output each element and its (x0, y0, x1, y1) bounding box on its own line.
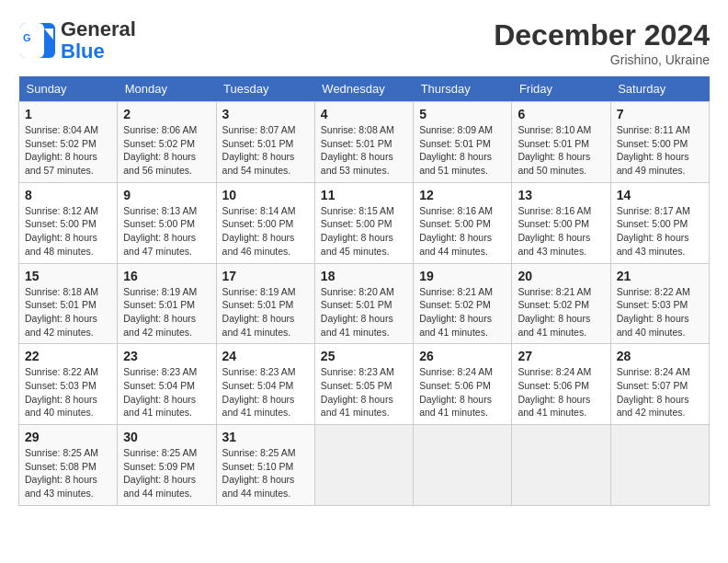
header-monday: Monday (118, 76, 216, 102)
calendar-row: 8 Sunrise: 8:12 AM Sunset: 5:00 PM Dayli… (19, 182, 710, 263)
day-number: 23 (123, 349, 210, 363)
month-title: December 2024 (494, 18, 710, 52)
table-cell: 17 Sunrise: 8:19 AM Sunset: 5:01 PM Dayl… (216, 263, 314, 344)
day-number: 1 (25, 107, 111, 121)
day-info: Sunrise: 8:22 AM Sunset: 5:03 PM Dayligh… (617, 285, 703, 339)
day-number: 20 (518, 269, 604, 283)
table-cell: 26 Sunrise: 8:24 AM Sunset: 5:06 PM Dayl… (414, 344, 512, 425)
day-info: Sunrise: 8:17 AM Sunset: 5:00 PM Dayligh… (617, 204, 703, 259)
table-cell: 4 Sunrise: 8:08 AM Sunset: 5:01 PM Dayli… (314, 102, 413, 183)
table-cell: 18 Sunrise: 8:20 AM Sunset: 5:01 PM Dayl… (314, 263, 413, 344)
table-cell: 10 Sunrise: 8:14 AM Sunset: 5:00 PM Dayl… (216, 182, 314, 263)
day-number: 24 (222, 349, 309, 363)
table-cell: 30 Sunrise: 8:25 AM Sunset: 5:09 PM Dayl… (118, 425, 216, 506)
day-info: Sunrise: 8:15 AM Sunset: 5:00 PM Dayligh… (321, 204, 407, 259)
day-number: 18 (321, 269, 407, 283)
day-number: 30 (123, 430, 210, 444)
table-cell: 6 Sunrise: 8:10 AM Sunset: 5:01 PM Dayli… (512, 102, 610, 183)
day-number: 27 (518, 349, 604, 363)
table-cell: 31 Sunrise: 8:25 AM Sunset: 5:10 PM Dayl… (216, 425, 314, 506)
table-cell (610, 425, 709, 506)
day-info: Sunrise: 8:24 AM Sunset: 5:06 PM Dayligh… (419, 365, 506, 419)
day-info: Sunrise: 8:09 AM Sunset: 5:01 PM Dayligh… (419, 123, 506, 178)
table-cell: 19 Sunrise: 8:21 AM Sunset: 5:02 PM Dayl… (414, 263, 512, 344)
table-cell: 14 Sunrise: 8:17 AM Sunset: 5:00 PM Dayl… (610, 182, 709, 263)
title-block: December 2024 Grishino, Ukraine (494, 18, 710, 67)
header-wednesday: Wednesday (314, 76, 413, 102)
day-info: Sunrise: 8:21 AM Sunset: 5:02 PM Dayligh… (518, 285, 604, 339)
day-info: Sunrise: 8:25 AM Sunset: 5:09 PM Dayligh… (123, 446, 210, 500)
day-number: 7 (617, 107, 703, 121)
day-number: 31 (222, 430, 309, 444)
day-info: Sunrise: 8:16 AM Sunset: 5:00 PM Dayligh… (518, 204, 604, 259)
day-number: 15 (25, 269, 111, 283)
day-number: 28 (617, 349, 703, 363)
day-number: 22 (25, 349, 111, 363)
day-number: 29 (25, 430, 111, 444)
day-info: Sunrise: 8:18 AM Sunset: 5:01 PM Dayligh… (25, 285, 111, 339)
calendar-row: 22 Sunrise: 8:22 AM Sunset: 5:03 PM Dayl… (19, 344, 710, 425)
day-info: Sunrise: 8:08 AM Sunset: 5:01 PM Dayligh… (321, 123, 407, 178)
calendar-table: Sunday Monday Tuesday Wednesday Thursday… (18, 76, 710, 506)
day-number: 13 (518, 188, 604, 202)
day-info: Sunrise: 8:07 AM Sunset: 5:01 PM Dayligh… (222, 123, 309, 178)
day-info: Sunrise: 8:24 AM Sunset: 5:06 PM Dayligh… (518, 365, 604, 419)
location: Grishino, Ukraine (494, 52, 710, 67)
table-cell: 21 Sunrise: 8:22 AM Sunset: 5:03 PM Dayl… (610, 263, 709, 344)
logo: G General Blue (18, 18, 136, 63)
table-cell: 2 Sunrise: 8:06 AM Sunset: 5:02 PM Dayli… (118, 102, 216, 183)
table-cell: 16 Sunrise: 8:19 AM Sunset: 5:01 PM Dayl… (118, 263, 216, 344)
calendar-row: 1 Sunrise: 8:04 AM Sunset: 5:02 PM Dayli… (19, 102, 710, 183)
table-cell: 1 Sunrise: 8:04 AM Sunset: 5:02 PM Dayli… (19, 102, 118, 183)
day-number: 5 (419, 107, 506, 121)
day-info: Sunrise: 8:12 AM Sunset: 5:00 PM Dayligh… (25, 204, 111, 259)
day-number: 25 (321, 349, 407, 363)
day-number: 6 (518, 107, 604, 121)
table-cell: 9 Sunrise: 8:13 AM Sunset: 5:00 PM Dayli… (118, 182, 216, 263)
day-info: Sunrise: 8:23 AM Sunset: 5:04 PM Dayligh… (222, 365, 309, 419)
table-cell (512, 425, 610, 506)
logo-icon: G (18, 21, 57, 60)
day-info: Sunrise: 8:25 AM Sunset: 5:10 PM Dayligh… (222, 446, 309, 500)
day-number: 16 (123, 269, 210, 283)
day-number: 11 (321, 188, 407, 202)
table-cell: 8 Sunrise: 8:12 AM Sunset: 5:00 PM Dayli… (19, 182, 118, 263)
svg-text:G: G (23, 32, 31, 43)
day-number: 10 (222, 188, 309, 202)
day-info: Sunrise: 8:13 AM Sunset: 5:00 PM Dayligh… (123, 204, 210, 259)
header-sunday: Sunday (19, 76, 118, 102)
day-number: 21 (617, 269, 703, 283)
day-info: Sunrise: 8:25 AM Sunset: 5:08 PM Dayligh… (25, 446, 111, 500)
header-saturday: Saturday (610, 76, 709, 102)
day-info: Sunrise: 8:11 AM Sunset: 5:00 PM Dayligh… (617, 123, 703, 178)
day-info: Sunrise: 8:22 AM Sunset: 5:03 PM Dayligh… (25, 365, 111, 419)
table-cell: 22 Sunrise: 8:22 AM Sunset: 5:03 PM Dayl… (19, 344, 118, 425)
day-number: 2 (123, 107, 210, 121)
day-number: 26 (419, 349, 506, 363)
day-number: 3 (222, 107, 309, 121)
day-info: Sunrise: 8:16 AM Sunset: 5:00 PM Dayligh… (419, 204, 506, 259)
day-number: 8 (25, 188, 111, 202)
calendar-body: 1 Sunrise: 8:04 AM Sunset: 5:02 PM Dayli… (19, 102, 710, 506)
table-cell: 11 Sunrise: 8:15 AM Sunset: 5:00 PM Dayl… (314, 182, 413, 263)
day-info: Sunrise: 8:23 AM Sunset: 5:04 PM Dayligh… (123, 365, 210, 419)
day-number: 19 (419, 269, 506, 283)
day-number: 12 (419, 188, 506, 202)
day-number: 17 (222, 269, 309, 283)
table-cell: 24 Sunrise: 8:23 AM Sunset: 5:04 PM Dayl… (216, 344, 314, 425)
day-info: Sunrise: 8:04 AM Sunset: 5:02 PM Dayligh… (25, 123, 111, 178)
table-cell: 3 Sunrise: 8:07 AM Sunset: 5:01 PM Dayli… (216, 102, 314, 183)
table-cell: 12 Sunrise: 8:16 AM Sunset: 5:00 PM Dayl… (414, 182, 512, 263)
header-thursday: Thursday (414, 76, 512, 102)
day-info: Sunrise: 8:06 AM Sunset: 5:02 PM Dayligh… (123, 123, 210, 178)
table-cell: 29 Sunrise: 8:25 AM Sunset: 5:08 PM Dayl… (19, 425, 118, 506)
day-info: Sunrise: 8:10 AM Sunset: 5:01 PM Dayligh… (518, 123, 604, 178)
calendar-row: 15 Sunrise: 8:18 AM Sunset: 5:01 PM Dayl… (19, 263, 710, 344)
day-info: Sunrise: 8:21 AM Sunset: 5:02 PM Dayligh… (419, 285, 506, 339)
day-info: Sunrise: 8:19 AM Sunset: 5:01 PM Dayligh… (222, 285, 309, 339)
table-cell: 23 Sunrise: 8:23 AM Sunset: 5:04 PM Dayl… (118, 344, 216, 425)
table-cell: 25 Sunrise: 8:23 AM Sunset: 5:05 PM Dayl… (314, 344, 413, 425)
header-tuesday: Tuesday (216, 76, 314, 102)
table-cell: 13 Sunrise: 8:16 AM Sunset: 5:00 PM Dayl… (512, 182, 610, 263)
day-number: 9 (123, 188, 210, 202)
